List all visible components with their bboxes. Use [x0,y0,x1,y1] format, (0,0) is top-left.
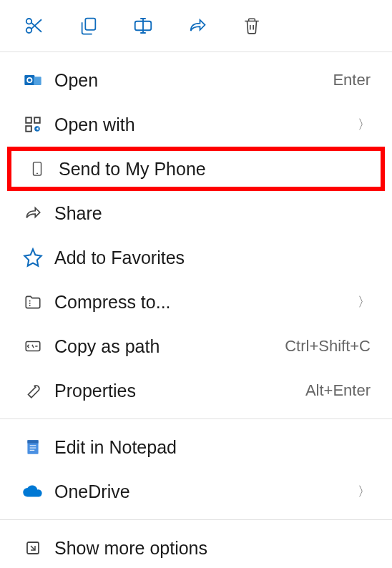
delete-button[interactable] [239,13,265,39]
svg-rect-13 [26,117,31,123]
menu-label: Compress to... [54,292,358,313]
share-arrow-icon [187,16,207,36]
onedrive-item[interactable]: OneDrive 〉 [0,469,392,514]
scissors-icon [24,15,45,36]
menu-label: Open with [54,114,358,135]
expand-icon [21,537,44,559]
menu-section-1: Open Enter Open with 〉 S [0,52,392,418]
menu-shortcut: Alt+Enter [305,381,371,400]
properties-item[interactable]: Properties Alt+Enter [0,368,392,413]
add-favorites-item[interactable]: Add to Favorites [0,235,392,280]
menu-label: Add to Favorites [54,248,371,268]
notepad-icon [21,436,44,459]
copy-button[interactable] [76,13,102,39]
outlook-icon [21,69,44,92]
svg-rect-4 [85,19,95,30]
show-more-item[interactable]: Show more options [0,526,392,568]
share-toolbar-button[interactable] [185,13,210,39]
wrench-icon [21,379,44,402]
menu-label: Open [54,70,333,91]
trash-icon [242,16,261,36]
edit-notepad-item[interactable]: Edit in Notepad [0,425,392,469]
chevron-right-icon: 〉 [358,116,371,133]
share-item[interactable]: Share [0,191,392,235]
copy-path-item[interactable]: Copy as path Ctrl+Shift+C [0,324,392,368]
star-icon [21,246,44,269]
menu-label: Copy as path [54,336,285,357]
copy-icon [79,16,99,36]
open-item[interactable]: Open Enter [0,58,392,102]
svg-rect-14 [34,117,40,123]
svg-rect-15 [26,126,31,132]
menu-label: Show more options [54,538,371,559]
path-icon [21,335,44,358]
menu-label: Edit in Notepad [54,437,371,458]
zip-icon [21,290,44,313]
rename-button[interactable] [130,13,156,39]
share-icon [21,202,44,225]
onedrive-icon [21,480,44,503]
toolbar-row [0,13,392,52]
open-with-item[interactable]: Open with 〉 [0,102,392,147]
compress-item[interactable]: Compress to... 〉 [0,280,392,324]
chevron-right-icon: 〉 [358,293,371,310]
menu-label: Properties [54,381,305,401]
menu-shortcut: Enter [333,71,371,89]
menu-label: Share [54,203,371,224]
menu-section-3: Show more options [0,520,392,568]
svg-point-11 [28,79,31,82]
rename-icon [132,15,154,36]
phone-icon [26,157,49,180]
menu-shortcut: Ctrl+Shift+C [285,337,371,356]
svg-rect-12 [34,77,41,85]
cut-button[interactable] [21,13,47,39]
menu-section-2: Edit in Notepad OneDrive 〉 [0,419,392,519]
chevron-right-icon: 〉 [358,483,371,500]
menu-label: Send to My Phone [59,159,366,180]
open-with-icon [21,113,44,136]
context-menu: Open Enter Open with 〉 S [0,0,392,568]
svg-rect-22 [27,440,38,443]
menu-label: OneDrive [54,481,358,502]
send-to-phone-item[interactable]: Send to My Phone [7,147,385,191]
